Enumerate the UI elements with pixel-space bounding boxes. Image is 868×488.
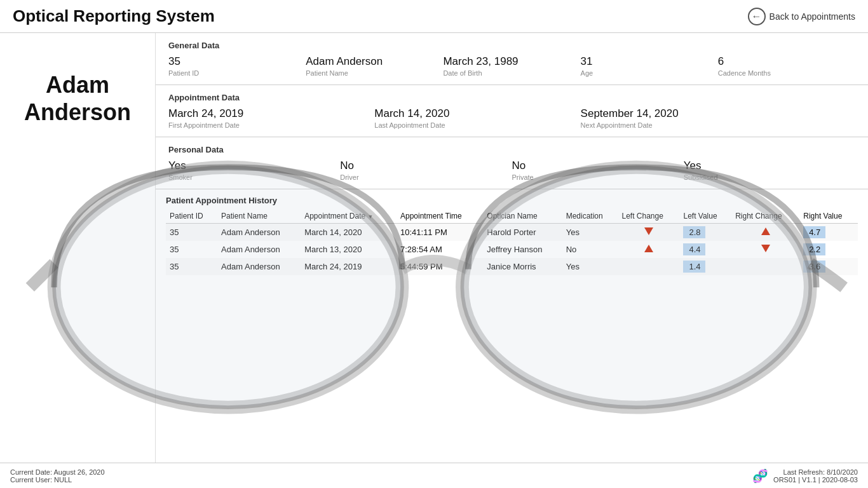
cell-right-change — [731, 224, 799, 241]
patient-name-label: Patient Name — [306, 69, 443, 77]
right-value-badge: 3.6 — [803, 261, 825, 273]
driver-value: No — [340, 159, 512, 172]
col-appt-date: Appointment Date ▼ — [301, 209, 397, 224]
age-cell: 31 Age — [581, 55, 718, 77]
left-value-badge: 1.4 — [683, 261, 705, 273]
cadence-cell: 6 Cadence Months — [718, 55, 855, 77]
sort-arrow-icon: ▼ — [368, 214, 374, 220]
back-arrow-icon: ← — [748, 8, 766, 25]
last-refresh: Last Refresh: 8/10/2020 — [773, 468, 858, 476]
footer-left: Current Date: August 26, 2020 Current Us… — [10, 468, 105, 484]
triangle-up-icon — [644, 245, 653, 252]
personal-data-title: Personal Data — [168, 145, 855, 154]
right-value-badge: 4.7 — [803, 226, 825, 238]
patient-name-panel: Adam Anderson — [0, 33, 156, 466]
col-left-value: Left Value — [679, 209, 731, 224]
col-patient-name: Patient Name — [217, 209, 301, 224]
cell-patient-name: Adam Anderson — [217, 224, 301, 241]
app-title: Optical Reporting System — [13, 6, 215, 26]
triangle-down-icon — [644, 227, 653, 235]
next-appt-label: Next Appointment Date — [581, 121, 855, 129]
cell-appt-time: 7:28:54 AM — [397, 241, 483, 258]
col-optician-name: Optician Name — [483, 209, 562, 224]
private-value: No — [512, 159, 684, 172]
back-button-label: Back to Appointments — [770, 11, 855, 22]
general-data-section: General Data 35 Patient ID Adam Anderson… — [156, 33, 868, 85]
subsidised-cell: Yes Subsidised — [684, 159, 855, 181]
cell-left-change — [618, 224, 679, 241]
cell-right-value: 4.7 — [799, 224, 858, 241]
current-user: Current User: NULL — [10, 476, 105, 484]
cell-medication: Yes — [562, 224, 618, 241]
cell-patient-name: Adam Anderson — [217, 258, 301, 275]
patient-id-label: Patient ID — [168, 69, 306, 77]
system-id: ORS01 | V1.1 | 2020-08-03 — [773, 476, 858, 484]
cell-appt-date: March 13, 2020 — [301, 241, 397, 258]
general-data-title: General Data — [168, 41, 855, 50]
cell-appt-time: 10:41:11 PM — [397, 224, 483, 241]
cell-patient-id: 35 — [166, 258, 217, 275]
first-appt-value: March 24, 2019 — [168, 107, 374, 120]
footer-right-info: Last Refresh: 8/10/2020 ORS01 | V1.1 | 2… — [773, 468, 858, 484]
cell-right-change — [731, 258, 799, 275]
col-right-value: Right Value — [799, 209, 858, 224]
appointment-data-title: Appointment Data — [168, 93, 855, 102]
cell-patient-name: Adam Anderson — [217, 241, 301, 258]
cell-right-change — [731, 241, 799, 258]
next-appt-cell: September 14, 2020 Next Appointment Date — [581, 107, 855, 129]
footer: Current Date: August 26, 2020 Current Us… — [0, 463, 868, 488]
patient-name-large: Adam Anderson — [24, 71, 131, 126]
triangle-up-icon — [761, 227, 770, 235]
dob-value: March 23, 1989 — [443, 55, 580, 68]
cell-appt-date: March 14, 2020 — [301, 224, 397, 241]
dob-label: Date of Birth — [443, 69, 580, 77]
col-appt-time: Appointment Time — [397, 209, 483, 224]
footer-right: 🧬 Last Refresh: 8/10/2020 ORS01 | V1.1 |… — [752, 468, 858, 484]
patient-name-cell: Adam Anderson Patient Name — [306, 55, 443, 77]
next-appt-value: September 14, 2020 — [581, 107, 855, 120]
cell-medication: Yes — [562, 258, 618, 275]
history-section: Patient Appointment History Patient ID P… — [156, 189, 868, 281]
table-row: 35Adam AndersonMarch 24, 20195:44:59 PMJ… — [166, 258, 858, 275]
right-panel: General Data 35 Patient ID Adam Anderson… — [156, 33, 868, 466]
cell-left-value: 2.8 — [679, 224, 731, 241]
cell-left-change — [618, 258, 679, 275]
age-value: 31 — [581, 55, 718, 68]
age-label: Age — [581, 69, 718, 77]
cell-right-value: 2.2 — [799, 241, 858, 258]
driver-cell: No Driver — [340, 159, 512, 181]
col-right-change: Right Change — [731, 209, 799, 224]
cadence-value: 6 — [718, 55, 855, 68]
patient-name-value: Adam Anderson — [306, 55, 443, 68]
cell-appt-date: March 24, 2019 — [301, 258, 397, 275]
back-to-appointments-button[interactable]: ← Back to Appointments — [748, 8, 855, 25]
cell-appt-time: 5:44:59 PM — [397, 258, 483, 275]
cadence-label: Cadence Months — [718, 69, 855, 77]
cell-medication: No — [562, 241, 618, 258]
last-appt-label: Last Appointment Date — [374, 121, 580, 129]
col-patient-id: Patient ID — [166, 209, 217, 224]
patient-id-cell: 35 Patient ID — [168, 55, 306, 77]
last-appt-cell: March 14, 2020 Last Appointment Date — [374, 107, 580, 129]
appointment-data-section: Appointment Data March 24, 2019 First Ap… — [156, 85, 868, 137]
cell-right-value: 3.6 — [799, 258, 858, 275]
patient-name-line2: Anderson — [24, 99, 131, 125]
current-date: Current Date: August 26, 2020 — [10, 468, 105, 476]
subsidised-value: Yes — [684, 159, 855, 172]
last-appt-value: March 14, 2020 — [374, 107, 580, 120]
cell-optician-name: Jeffrey Hanson — [483, 241, 562, 258]
personal-data-section: Personal Data Yes Smoker No Driver No Pr… — [156, 137, 868, 189]
cell-optician-name: Harold Porter — [483, 224, 562, 241]
driver-label: Driver — [340, 173, 512, 181]
cell-optician-name: Janice Morris — [483, 258, 562, 275]
dob-cell: March 23, 1989 Date of Birth — [443, 55, 580, 77]
cell-left-value: 4.4 — [679, 241, 731, 258]
left-value-badge: 4.4 — [683, 243, 705, 255]
cell-left-value: 1.4 — [679, 258, 731, 275]
smoker-cell: Yes Smoker — [168, 159, 340, 181]
dna-icon: 🧬 — [752, 468, 768, 484]
table-header-row: Patient ID Patient Name Appointment Date… — [166, 209, 858, 224]
cell-patient-id: 35 — [166, 224, 217, 241]
patient-id-value: 35 — [168, 55, 306, 68]
private-label: Private — [512, 173, 684, 181]
